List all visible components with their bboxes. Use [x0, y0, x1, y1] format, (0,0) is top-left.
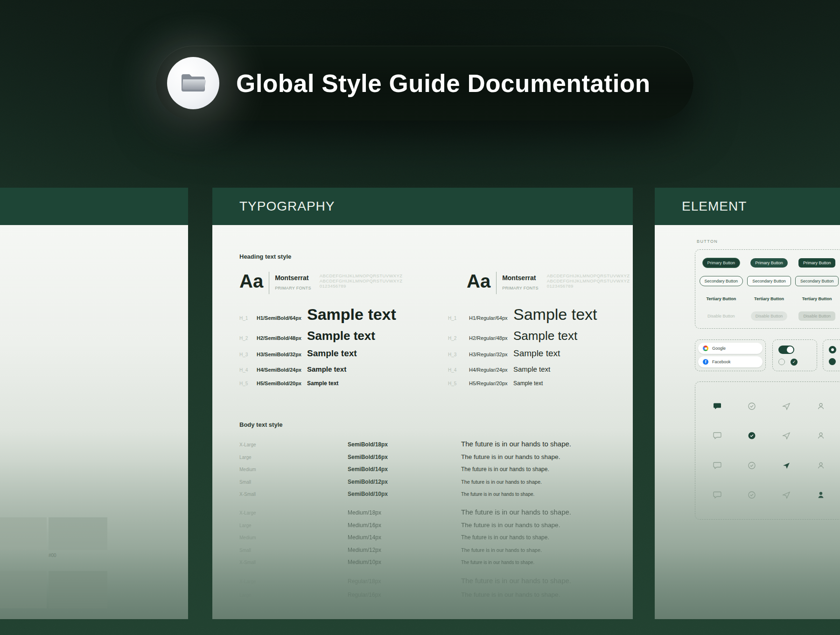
send-icon[interactable] [781, 430, 791, 441]
chat-icon[interactable] [712, 430, 722, 441]
icon-grid-box [695, 381, 840, 520]
user-icon[interactable] [816, 460, 826, 471]
chat-icon[interactable] [712, 460, 722, 471]
row-spec: Medium/18px [348, 509, 461, 516]
specimen-letters: Aa [467, 272, 490, 290]
row-tier: Small [239, 548, 348, 553]
row-ref: H_3 [239, 352, 257, 357]
heading-row: H_1 H1/Regular/64px Sample text [448, 306, 597, 323]
row-spec: H4/Regular/24px [469, 367, 513, 373]
element-panel-header: ELEMENT [655, 188, 840, 225]
row-sample: Sample text [307, 330, 375, 342]
secondary-button[interactable]: Secondary Button [795, 276, 839, 286]
body-row: X-Small Medium/10px The future is in our… [239, 559, 534, 565]
tertiary-button[interactable]: Tertiary Button [749, 294, 789, 303]
heading-section-label: Heading text style [239, 253, 291, 260]
primary-button[interactable]: Primary Button [798, 258, 836, 268]
row-sample: The future is in our hands to shape. [461, 577, 571, 585]
row-spec: SemiBold/18px [348, 441, 461, 448]
element-panel-title: ELEMENT [682, 199, 747, 214]
user-icon[interactable] [816, 490, 826, 500]
row-ref: H_1 [239, 316, 257, 321]
tertiary-button[interactable]: Tertiary Button [701, 294, 741, 303]
checkbox-unchecked[interactable] [778, 359, 785, 365]
send-icon[interactable] [781, 401, 791, 411]
row-sample: The future is in our hands to shape. [461, 534, 549, 541]
secondary-button[interactable]: Secondary Button [700, 276, 743, 286]
google-icon [703, 346, 708, 351]
row-ref: H_1 [448, 316, 469, 321]
row-ref: H_2 [239, 336, 257, 341]
disabled-button: Disable Button [703, 311, 740, 321]
row-sample: The future is in our hands to shape. [461, 492, 534, 497]
color-swatch [0, 571, 47, 608]
row-spec: H2/Regular/48px [469, 335, 513, 341]
title-pill: Global Style Guide Documentation [156, 46, 693, 120]
color-swatch [0, 517, 47, 550]
row-spec: Medium/14px [348, 534, 461, 541]
button-variants-box: Primary Button Primary Button Primary Bu… [695, 249, 840, 329]
row-spec: H3/SemiBold/32px [257, 352, 307, 357]
row-spec: H4/SemiBold/24px [257, 367, 307, 373]
row-sample: Sample text [307, 306, 396, 323]
heading-row: H_3 H3/SemiBold/32px Sample text [239, 349, 357, 358]
swatch-hex-label: #00 [49, 553, 56, 558]
row-tier: Large [239, 523, 348, 528]
row-tier: X-Small [239, 560, 348, 565]
divider [496, 272, 497, 294]
row-sample: Sample text [513, 330, 577, 342]
radio-filled[interactable] [829, 358, 836, 365]
color-swatch [49, 571, 107, 608]
check-circle-icon[interactable] [747, 430, 757, 441]
row-spec: Regular/18px [348, 578, 461, 585]
send-icon[interactable] [781, 460, 791, 471]
radio-selected[interactable] [829, 346, 836, 353]
user-icon[interactable] [816, 401, 826, 411]
facebook-signin-button[interactable]: f Facebook [698, 356, 763, 367]
row-ref: H_4 [239, 367, 257, 373]
body-row: Medium Medium/14px The future is in our … [239, 534, 549, 541]
style-guide-poster: Global Style Guide Documentation #00 TYP… [0, 0, 840, 635]
alphabet-sample: ABCDEFGHIJKLMNOPQRSTUVWXYZ ABCDEFGHIJKLM… [320, 273, 403, 289]
check-circle-icon[interactable] [747, 490, 757, 500]
chat-icon[interactable] [712, 401, 722, 411]
row-sample: The future is in our hands to shape. [461, 508, 571, 516]
google-signin-button[interactable]: Google [698, 343, 763, 354]
row-sample: The future is in our hands to shape. [461, 522, 560, 529]
typography-panel: TYPOGRAPHY Heading text style Aa Montser… [212, 188, 633, 619]
row-spec: Medium/16px [348, 522, 461, 529]
font-role: PRIMARY FONTS [275, 286, 311, 290]
row-sample: Sample text [513, 349, 560, 358]
body-section-label: Body text style [239, 421, 282, 428]
check-circle-icon[interactable] [747, 460, 757, 471]
disabled-button: Disable Button [798, 311, 835, 321]
font-name: Montserrat [275, 274, 311, 282]
row-sample: Sample text [307, 349, 357, 358]
user-icon[interactable] [816, 430, 826, 441]
heading-row: H_4 H4/SemiBold/24px Sample text [239, 366, 346, 373]
primary-button[interactable]: Primary Button [750, 258, 788, 268]
check-circle-icon[interactable] [747, 401, 757, 411]
alphabet-sample: ABCDEFGHIJKLMNOPQRSTUVWXYZ ABCDEFGHIJKLM… [547, 273, 630, 289]
row-sample: Sample text [513, 366, 550, 373]
tertiary-button[interactable]: Tertiary Button [798, 294, 837, 303]
google-label: Google [712, 346, 726, 351]
body-row: Large SemiBold/16px The future is in our… [239, 453, 560, 460]
row-spec: SemiBold/16px [348, 454, 461, 460]
toggle-on[interactable] [778, 346, 794, 354]
secondary-button[interactable]: Secondary Button [747, 276, 791, 286]
row-sample: The future is in our hands to shape. [461, 560, 534, 565]
font-specimen: Aa Montserrat PRIMARY FONTS ABCDEFGHIJKL… [239, 272, 402, 294]
row-sample: The future is in our hands to shape. [461, 466, 549, 473]
body-row: X-Small SemiBold/10px The future is in o… [239, 491, 534, 497]
chat-icon[interactable] [712, 490, 722, 500]
row-sample: The future is in our hands to shape. [461, 547, 542, 553]
colors-panel-header [0, 188, 188, 225]
send-icon[interactable] [781, 490, 791, 500]
primary-button[interactable]: Primary Button [702, 258, 741, 268]
row-sample: The future is in our hands to shape. [461, 591, 560, 598]
colors-panel-body: #00 [0, 225, 188, 619]
checkbox-checked[interactable]: ✓ [791, 359, 798, 366]
disabled-button: Disable Button [751, 311, 788, 321]
row-spec: H2/SemiBold/48px [257, 335, 307, 341]
